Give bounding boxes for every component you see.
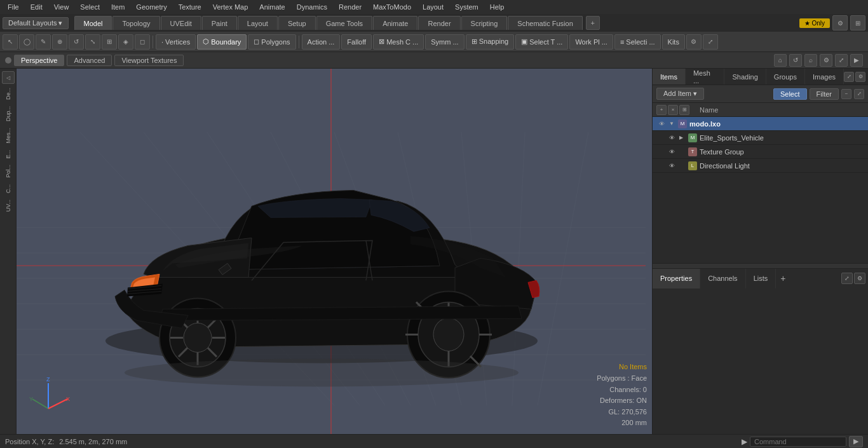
menu-texture[interactable]: Texture (173, 2, 207, 12)
viewport-reset-icon[interactable]: ↺ (789, 54, 802, 67)
item-row-texture-group[interactable]: 👁 T Texture Group (653, 145, 868, 159)
toolbar-snap-icon[interactable]: ⊞ (102, 34, 117, 50)
tab-model[interactable]: Model (74, 16, 112, 30)
boundary-button[interactable]: ⬡ Boundary (197, 34, 247, 50)
prop-settings-icon[interactable]: ⚙ (854, 273, 865, 284)
menu-render[interactable]: Render (334, 2, 367, 12)
panel-tab-images[interactable]: Images (805, 69, 844, 85)
prop-tab-channels[interactable]: Channels (700, 269, 745, 288)
items-hdr-remove-icon[interactable]: × (668, 105, 678, 115)
items-col-minus-icon[interactable]: − (841, 89, 851, 99)
prop-tab-lists[interactable]: Lists (746, 269, 776, 288)
viewport-expand-icon[interactable]: ⤢ (835, 54, 848, 67)
item-row-directional-light[interactable]: 👁 L Directional Light (653, 159, 868, 173)
symm-button[interactable]: Symm ... (425, 34, 464, 50)
toolbar-pen-icon[interactable]: ✎ (36, 34, 51, 50)
panel-tab-items[interactable]: Items (653, 69, 686, 85)
prop-expand-icon[interactable]: ⤢ (841, 273, 853, 284)
menu-item[interactable]: Item (106, 2, 130, 12)
sidebar-collapse-btn[interactable]: ◁ (2, 71, 15, 84)
selecti-button[interactable]: ≡ Selecti ... (614, 34, 661, 50)
tab-animate[interactable]: Animate (373, 16, 417, 30)
tab-layout[interactable]: Layout (238, 16, 278, 30)
bottom-arrow-button[interactable]: ▶ (742, 437, 747, 446)
menu-dynamics[interactable]: Dynamics (292, 2, 332, 12)
viewport-tab-perspective[interactable]: Perspective (14, 55, 64, 66)
fullscreen-icon[interactable]: ⤢ (703, 34, 718, 50)
panel-expand-icon[interactable]: ⤢ (844, 72, 854, 82)
tab-setup[interactable]: Setup (278, 16, 316, 30)
viewport-settings-icon[interactable]: ⚙ (820, 54, 832, 67)
star-only-button[interactable]: ★ Only (799, 18, 830, 28)
snapping-button[interactable]: ⊞ Snapping (466, 34, 515, 50)
polygons-button[interactable]: ◻ Polygons (248, 34, 295, 50)
tab-schematic-fusion[interactable]: Schematic Fusion (508, 16, 582, 30)
menu-animate[interactable]: Animate (254, 2, 290, 12)
viewport-tab-advanced[interactable]: Advanced (67, 55, 112, 66)
vertices-button[interactable]: · Vertices (156, 34, 196, 50)
items-filter-button[interactable]: Filter (810, 88, 839, 100)
viewport-zoom-icon[interactable]: ⌕ (804, 54, 817, 67)
item-row-elite[interactable]: 👁 ▶ M Elite_Sports_Vehicle (653, 131, 868, 145)
tab-render[interactable]: Render (418, 16, 460, 30)
prop-tab-properties[interactable]: Properties (653, 269, 700, 288)
visibility-icon-modo[interactable]: 👁 (656, 119, 667, 129)
item-row-modo-lxo[interactable]: 👁 ▼ M modo.lxo (653, 117, 868, 131)
viewport[interactable]: Z X Y No Items Polygons : Face Channels:… (17, 69, 652, 434)
command-input[interactable] (750, 437, 846, 447)
layout-settings-icon[interactable]: ⚙ (832, 15, 848, 31)
global-settings-icon[interactable]: ⚙ (686, 34, 702, 50)
items-select-button[interactable]: Select (773, 88, 807, 100)
menu-layout[interactable]: Layout (417, 2, 449, 12)
mesh-c-button[interactable]: ⊠ Mesh C ... (373, 34, 424, 50)
panel-tab-shading[interactable]: Shading (724, 69, 766, 85)
menu-system[interactable]: System (450, 2, 484, 12)
tab-paint[interactable]: Paint (202, 16, 237, 30)
add-layout-button[interactable]: + (586, 16, 600, 30)
action-button[interactable]: Action ... (302, 34, 341, 50)
visibility-icon-texture[interactable]: 👁 (667, 147, 677, 157)
tab-scripting[interactable]: Scripting (461, 16, 508, 30)
tab-game-tools[interactable]: Game Tools (316, 16, 373, 30)
panel-settings-icon[interactable]: ⚙ (855, 72, 865, 82)
visibility-icon-light[interactable]: 👁 (667, 161, 677, 171)
select-t-button[interactable]: ▣ Select T ... (515, 34, 568, 50)
menu-maxtomodo[interactable]: MaxToModo (368, 2, 416, 12)
tab-uvedit[interactable]: UVEdit (161, 16, 201, 30)
viewport-tab-textures[interactable]: Viewport Textures (114, 55, 184, 66)
work-pl-button[interactable]: Work Pl ... (569, 34, 613, 50)
default-layouts-dropdown[interactable]: Default Layouts ▾ (3, 17, 69, 29)
menu-view[interactable]: View (49, 2, 74, 12)
menu-select[interactable]: Select (75, 2, 105, 12)
items-hdr-grid-icon[interactable]: ⊞ (679, 105, 689, 115)
add-item-button[interactable]: Add Item ▾ (656, 88, 704, 100)
toolbar-select-icon[interactable]: ↖ (3, 34, 18, 50)
toolbar-transform-icon[interactable]: ⊕ (52, 34, 67, 50)
panel-tab-groups[interactable]: Groups (766, 69, 805, 85)
panel-tab-mesh[interactable]: Mesh ... (686, 69, 725, 85)
menu-help[interactable]: Help (485, 2, 510, 12)
kits-button[interactable]: Kits (662, 34, 685, 50)
arrow-elite[interactable]: ▶ (679, 135, 686, 140)
toolbar-lasso-icon[interactable]: ◯ (19, 34, 34, 50)
falloff-button[interactable]: Falloff (341, 34, 372, 50)
items-hdr-add-icon[interactable]: + (656, 105, 667, 115)
menu-file[interactable]: File (3, 2, 24, 12)
toolbar-rotate-icon[interactable]: ↺ (69, 34, 84, 50)
menu-geometry[interactable]: Geometry (131, 2, 172, 12)
viewport-more-icon[interactable]: ▶ (850, 54, 863, 67)
layout-expand-icon[interactable]: ⊞ (850, 15, 865, 31)
viewport-home-icon[interactable]: ⌂ (774, 54, 787, 67)
tab-topology[interactable]: Topology (112, 16, 159, 30)
visibility-icon-elite[interactable]: 👁 (667, 133, 677, 143)
arrow-modo[interactable]: ▼ (669, 121, 675, 126)
items-col-expand-icon[interactable]: ⤢ (854, 89, 864, 99)
items-scrollbar[interactable] (653, 263, 868, 268)
command-go-button[interactable]: ▶ (849, 436, 863, 447)
menu-edit[interactable]: Edit (25, 2, 48, 12)
toolbar-scale-icon[interactable]: ⤡ (85, 34, 100, 50)
toolbar-object-icon[interactable]: ◻ (135, 34, 150, 50)
menu-vertex-map[interactable]: Vertex Map (208, 2, 254, 12)
prop-add-tab-button[interactable]: + (776, 271, 790, 285)
toolbar-magnet-icon[interactable]: ◈ (118, 34, 133, 50)
